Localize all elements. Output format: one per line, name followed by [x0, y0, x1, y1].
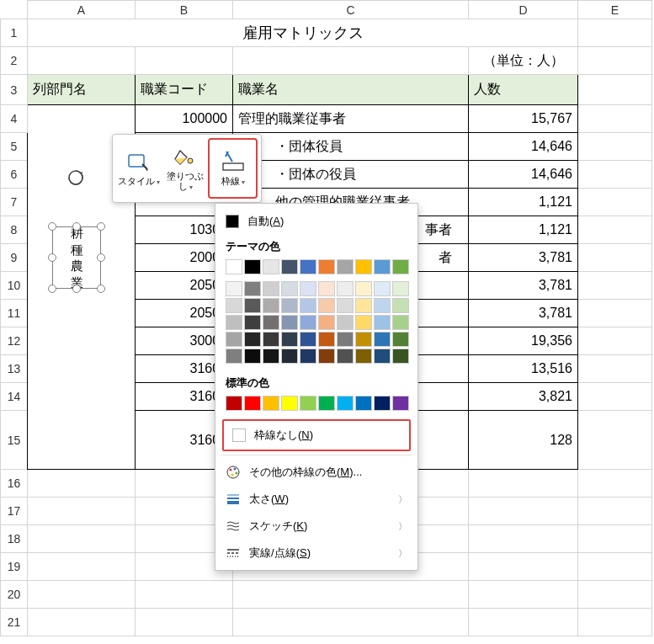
resize-handle-e[interactable] [97, 253, 105, 262]
cell[interactable] [469, 498, 578, 525]
select-all-corner[interactable] [1, 1, 28, 19]
cell[interactable] [578, 216, 652, 244]
color-swatch[interactable] [337, 281, 354, 296]
color-swatch[interactable] [374, 349, 391, 364]
resize-handle-sw[interactable] [48, 285, 56, 293]
name-cell[interactable]: ・団体の役員 [233, 161, 469, 189]
count-cell[interactable]: 3,781 [469, 300, 578, 327]
color-swatch[interactable] [337, 332, 354, 347]
row-header[interactable]: 18 [1, 525, 28, 553]
count-cell[interactable]: 14,646 [469, 133, 578, 161]
dashes-item[interactable]: 実線/点線(S) 〉 [215, 540, 417, 567]
cell[interactable] [578, 244, 652, 272]
color-swatch[interactable] [281, 396, 298, 411]
color-swatch[interactable] [244, 315, 261, 330]
color-swatch[interactable] [226, 349, 242, 364]
color-swatch[interactable] [300, 396, 316, 411]
color-swatch[interactable] [281, 332, 298, 347]
cell[interactable] [136, 609, 233, 636]
count-cell[interactable]: 13,516 [469, 355, 578, 383]
resize-handle-se[interactable] [97, 285, 105, 293]
color-swatch[interactable] [226, 259, 242, 274]
row-header[interactable]: 4 [1, 105, 28, 133]
color-swatch[interactable] [337, 298, 354, 313]
color-swatch[interactable] [226, 298, 242, 313]
row-header[interactable]: 2 [1, 47, 28, 75]
auto-color-item[interactable]: 自動(A) [215, 209, 417, 234]
cell[interactable] [469, 609, 578, 636]
color-swatch[interactable] [355, 332, 372, 347]
cell[interactable] [578, 189, 652, 216]
row-header[interactable]: 15 [1, 411, 28, 470]
header-a[interactable]: 列部門名 [28, 75, 136, 105]
resize-handle-s[interactable] [72, 285, 81, 293]
cell[interactable] [578, 272, 652, 300]
cell[interactable] [136, 581, 233, 609]
color-swatch[interactable] [263, 298, 279, 313]
color-swatch[interactable] [226, 396, 242, 411]
color-swatch[interactable] [263, 332, 279, 347]
cell[interactable] [233, 47, 469, 75]
style-button[interactable]: スタイル▾ [116, 138, 162, 199]
sketch-item[interactable]: スケッチ(K) 〉 [215, 513, 417, 540]
cell[interactable] [578, 581, 652, 609]
color-swatch[interactable] [300, 281, 316, 296]
color-swatch[interactable] [281, 298, 298, 313]
color-swatch[interactable] [374, 396, 391, 411]
code-cell[interactable]: 100000 [136, 105, 233, 133]
cell[interactable] [136, 47, 233, 75]
count-cell[interactable]: 1,121 [469, 189, 578, 216]
color-swatch[interactable] [318, 396, 335, 411]
count-cell[interactable]: 19,356 [469, 327, 578, 355]
color-swatch[interactable] [281, 349, 298, 364]
resize-handle-w[interactable] [48, 253, 56, 262]
color-swatch[interactable] [300, 332, 316, 347]
row-header[interactable]: 14 [1, 383, 28, 411]
selected-shape[interactable]: 耕 種 農 業 [45, 220, 108, 295]
color-swatch[interactable] [244, 332, 261, 347]
color-swatch[interactable] [244, 396, 261, 411]
color-swatch[interactable] [337, 315, 354, 330]
row-header[interactable]: 19 [1, 553, 28, 581]
header-b[interactable]: 職業コード [136, 75, 233, 105]
cell[interactable] [233, 581, 469, 609]
cell[interactable] [469, 470, 578, 498]
cell[interactable] [28, 470, 136, 498]
cell[interactable] [28, 498, 136, 525]
color-swatch[interactable] [374, 298, 391, 313]
color-swatch[interactable] [392, 332, 409, 347]
count-cell[interactable]: 1,121 [469, 216, 578, 244]
row-header[interactable]: 1 [1, 19, 28, 47]
count-cell[interactable]: 3,781 [469, 244, 578, 272]
color-swatch[interactable] [226, 315, 242, 330]
resize-handle-nw[interactable] [48, 222, 56, 231]
cell[interactable] [469, 525, 578, 553]
cell[interactable] [578, 105, 652, 133]
color-swatch[interactable] [226, 332, 242, 347]
cell[interactable] [233, 609, 469, 636]
color-swatch[interactable] [226, 281, 242, 296]
color-swatch[interactable] [374, 259, 391, 274]
color-swatch[interactable] [300, 349, 316, 364]
color-swatch[interactable] [355, 298, 372, 313]
color-swatch[interactable] [337, 396, 354, 411]
color-swatch[interactable] [244, 281, 261, 296]
col-header-E[interactable]: E [578, 1, 652, 19]
color-swatch[interactable] [337, 259, 354, 274]
cell[interactable] [469, 553, 578, 581]
no-border-item[interactable]: 枠線なし(N) [224, 421, 409, 450]
color-swatch[interactable] [355, 259, 372, 274]
cell[interactable] [578, 47, 652, 75]
row-header[interactable]: 9 [1, 244, 28, 272]
color-swatch[interactable] [263, 349, 279, 364]
fill-button[interactable]: 塗りつぶし▾ [162, 138, 209, 199]
shape-textbox[interactable]: 耕 種 農 業 [52, 226, 101, 289]
row-header[interactable]: 5 [1, 133, 28, 161]
row-header[interactable]: 20 [1, 581, 28, 609]
color-swatch[interactable] [300, 259, 316, 274]
count-cell[interactable]: 15,767 [469, 105, 578, 133]
cell[interactable] [578, 133, 652, 161]
header-c[interactable]: 職業名 [233, 75, 469, 105]
color-swatch[interactable] [300, 315, 316, 330]
more-colors-item[interactable]: その他の枠線の色(M)... [215, 459, 417, 486]
